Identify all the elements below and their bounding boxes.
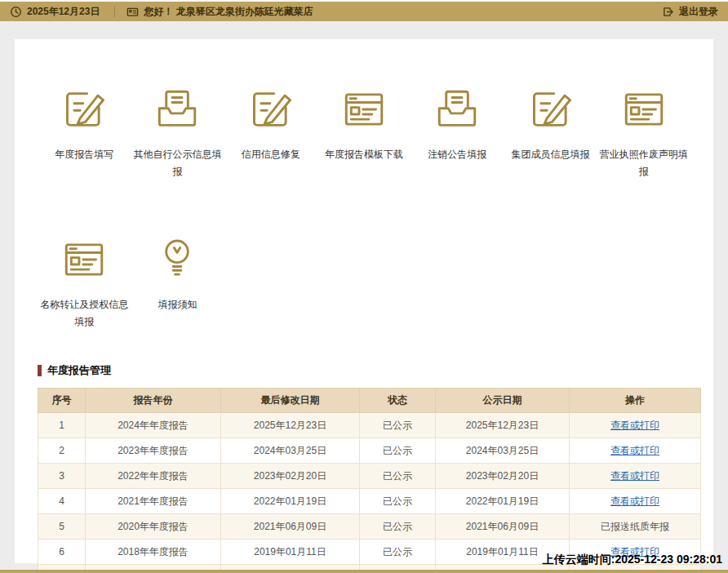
section-marker: [38, 365, 42, 376]
section-header: 年度报告管理: [38, 363, 690, 378]
cell-status: 已公示: [360, 540, 436, 565]
menu-item-label: 名称转让及授权信息填报: [38, 296, 131, 331]
cell-no: 4: [38, 489, 86, 514]
view-print-link[interactable]: 查看或打印: [610, 495, 659, 507]
cell-operation: 查看或打印: [570, 438, 701, 464]
menu-item-group-member-info[interactable]: 集团成员信息填报: [504, 86, 597, 180]
cell-publish: 2023年02月20日: [436, 464, 570, 489]
cell-modified: 2022年01月19日: [221, 489, 360, 514]
table-row: 1 2024年年度报告 2025年12月23日 已公示 2025年12月23日 …: [38, 413, 701, 438]
cell-operation: 查看或打印: [570, 464, 701, 489]
header-no: 序号: [38, 389, 86, 413]
bottom-strip: [0, 570, 728, 573]
menu-item-credit-repair[interactable]: 信用信息修复: [224, 86, 317, 180]
edit-document-icon: [60, 86, 108, 133]
cell-year: 2018年年度报告: [86, 540, 221, 565]
cell-publish: 2022年01月19日: [436, 489, 570, 514]
cell-modified: 2023年02月20日: [221, 464, 360, 489]
cell-year: 2020年年度报告: [86, 514, 221, 540]
header-modified: 最后修改日期: [221, 389, 360, 413]
lightbulb-icon: [153, 236, 201, 283]
cell-operation: 查看或打印: [570, 413, 701, 438]
cell-status: 已公示: [360, 464, 436, 489]
page: 2025年12月23日 您好！ 龙泉驿区龙泉街办陈廷光藏菜店 退出登录 年度报告…: [0, 0, 728, 573]
table-row: 2 2023年年度报告 2024年03月25日 已公示 2024年03月25日 …: [38, 438, 701, 464]
cell-modified: 2019年01月11日: [221, 540, 360, 565]
user-badge-icon: [127, 6, 139, 18]
cell-no: 1: [38, 413, 86, 438]
section-title: 年度报告管理: [47, 363, 111, 378]
menu-item-label: 注销公告填报: [428, 146, 486, 163]
view-print-link[interactable]: 查看或打印: [610, 470, 659, 482]
menu-item-label: 信用信息修复: [242, 146, 300, 163]
view-print-link[interactable]: 查看或打印: [610, 420, 659, 431]
header-year: 报告年份: [86, 389, 221, 413]
function-icon-grid: 年度报告填写 其他自行公示信息填报 信用信息修复 年度报告模板下载 注销公告填报…: [38, 39, 690, 331]
menu-item-cancellation-notice[interactable]: 注销公告填报: [411, 86, 504, 180]
browser-document-icon: [340, 86, 388, 133]
menu-item-label: 集团成员信息填报: [512, 146, 590, 163]
menu-item-filing-instructions[interactable]: 填报须知: [131, 236, 224, 331]
menu-item-label: 其他自行公示信息填报: [131, 146, 224, 180]
logout-button[interactable]: 退出登录: [662, 5, 718, 19]
cell-status: 已公示: [360, 438, 436, 464]
menu-item-template-download[interactable]: 年度报告模板下载: [317, 86, 411, 180]
table-row: 5 2020年年度报告 2021年06月09日 已公示 2021年06月09日 …: [38, 514, 701, 540]
cell-publish: 2021年06月09日: [436, 514, 570, 540]
cell-operation: 已报送纸质年报: [570, 514, 701, 540]
cell-no: 2: [38, 438, 86, 464]
cell-year: 2022年年度报告: [86, 464, 221, 489]
cell-publish: 2024年03月25日: [436, 438, 570, 464]
cell-status: 已公示: [360, 489, 436, 514]
cell-year: 2023年年度报告: [86, 438, 221, 464]
top-bar: 2025年12月23日 您好！ 龙泉驿区龙泉街办陈廷光藏菜店 退出登录: [0, 2, 728, 21]
cell-status: 已公示: [360, 514, 436, 540]
cell-modified: 2021年06月09日: [221, 514, 360, 540]
cell-no: 6: [38, 540, 86, 565]
menu-item-name-transfer-auth[interactable]: 名称转让及授权信息填报: [38, 236, 131, 331]
logout-label: 退出登录: [679, 5, 718, 19]
clock-icon: [10, 6, 22, 18]
menu-item-annual-report-fill[interactable]: 年度报告填写: [38, 86, 131, 180]
table-row: 3 2022年年度报告 2023年02月20日 已公示 2023年02月20日 …: [38, 464, 701, 489]
browser-document-icon: [60, 236, 108, 283]
cell-no: 3: [38, 464, 86, 489]
cell-no: 5: [38, 514, 86, 540]
greeting-text: 您好！ 龙泉驿区龙泉街办陈廷光藏菜店: [144, 5, 313, 19]
topbar-divider: [114, 6, 115, 17]
edit-document-icon: [247, 86, 295, 133]
annual-report-table: 序号 报告年份 最后修改日期 状态 公示日期 操作 1 2024年年度报告 20…: [38, 388, 701, 573]
header-status: 状态: [360, 389, 436, 413]
menu-item-license-invalidation[interactable]: 营业执照作废声明填报: [597, 86, 690, 180]
current-date: 2025年12月23日: [27, 5, 100, 19]
header-operation: 操作: [570, 389, 701, 413]
cell-year: 2024年年度报告: [86, 413, 221, 438]
inbox-document-icon: [433, 86, 481, 133]
table-row: 4 2021年年度报告 2022年01月19日 已公示 2022年01月19日 …: [38, 489, 701, 514]
cell-year: 2021年年度报告: [86, 489, 221, 514]
cell-modified: 2025年12月23日: [221, 413, 360, 438]
logout-icon: [662, 6, 674, 18]
menu-item-other-publicity-info[interactable]: 其他自行公示信息填报: [131, 86, 224, 180]
edit-document-icon: [527, 86, 575, 133]
cell-operation: 查看或打印: [570, 489, 701, 514]
view-print-link[interactable]: 查看或打印: [610, 445, 659, 456]
paper-report-status: 已报送纸质年报: [601, 521, 669, 532]
cell-publish: 2025年12月23日: [436, 413, 570, 438]
menu-item-label: 营业执照作废声明填报: [597, 146, 690, 180]
inbox-document-icon: [153, 86, 201, 133]
cell-modified: 2024年03月25日: [221, 438, 360, 464]
upload-time-text: 上传云端时间:2025-12-23 09:28:01: [543, 553, 722, 567]
menu-item-label: 填报须知: [158, 296, 197, 313]
header-publish: 公示日期: [436, 389, 570, 413]
cell-status: 已公示: [360, 413, 436, 438]
menu-item-label: 年度报告填写: [55, 146, 113, 163]
browser-document-icon: [620, 86, 668, 133]
menu-item-label: 年度报告模板下载: [325, 146, 403, 163]
main-card: 年度报告填写 其他自行公示信息填报 信用信息修复 年度报告模板下载 注销公告填报…: [15, 39, 713, 563]
table-header-row: 序号 报告年份 最后修改日期 状态 公示日期 操作: [38, 389, 701, 413]
